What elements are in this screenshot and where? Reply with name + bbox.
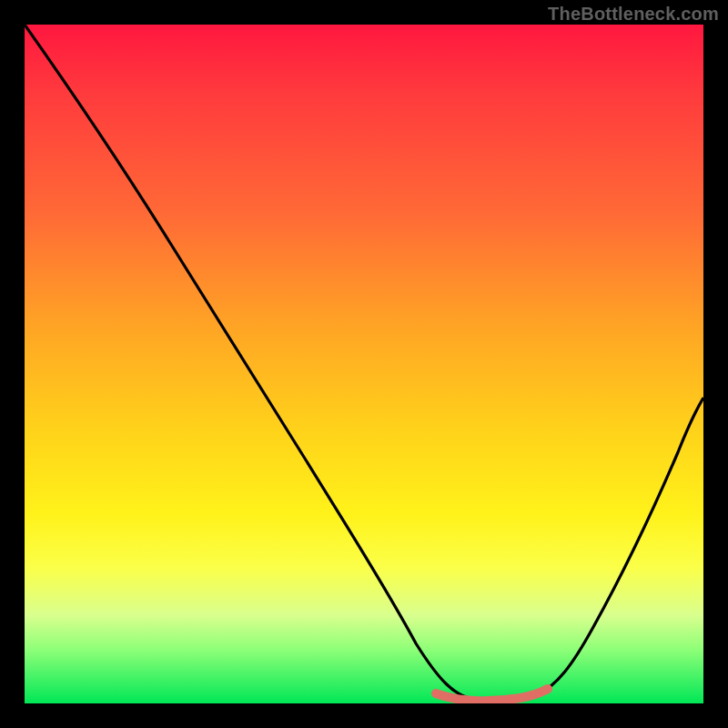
plot-area — [25, 25, 703, 703]
watermark-text: TheBottleneck.com — [548, 4, 719, 25]
chart-frame: TheBottleneck.com — [0, 0, 728, 728]
flat-segment — [25, 25, 703, 703]
bottleneck-curve — [25, 25, 703, 703]
curve-path — [25, 25, 703, 702]
flat-segment-path — [436, 689, 548, 701]
